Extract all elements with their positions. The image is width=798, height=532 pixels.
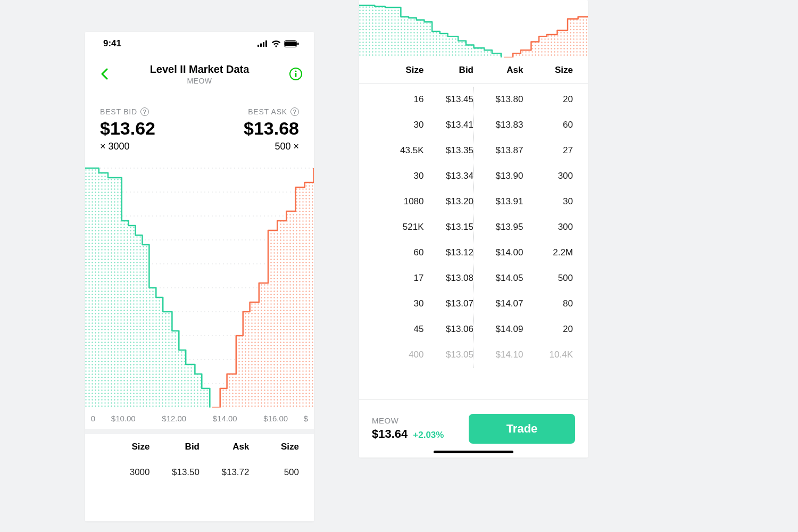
table-cell: 27 [523,145,573,156]
table-cell: 2.2M [523,247,573,258]
chevron-left-icon [101,68,108,80]
best-ask-size: 500 × [275,141,299,152]
status-time: 9:41 [103,38,121,49]
table-cell: $13.80 [473,94,523,105]
best-bid-label: BEST BID ? [100,107,155,116]
col-ask: Ask [473,65,523,76]
table-cell: 80 [523,298,573,309]
table-cell: 500 [250,467,300,478]
order-book-table: Size Bid Ask Size 3000$13.50$13.72500 [85,434,314,485]
col-bid: Bid [424,65,474,76]
svg-point-8 [295,70,296,72]
best-bid-price: $13.62 [100,118,155,139]
section-divider [85,429,314,434]
best-bid-ask-row: BEST BID ? $13.62 × 3000 BEST ASK ? $13.… [85,93,314,163]
x-tick: $ [301,414,311,423]
x-tick: 0 [88,414,98,423]
table-cell: 30 [374,298,424,309]
table-row[interactable]: 3000$13.50$13.72500 [85,460,314,485]
table-cell: $13.83 [473,120,523,130]
phone-screen-depth-chart: 9:41 Level II Market Data MEOW BEST [85,32,314,521]
best-ask-label: BEST ASK ? [248,107,299,116]
table-cell: $13.95 [473,222,523,232]
col-bid: Bid [150,442,200,452]
cellular-icon [257,40,268,47]
table-cell: $14.10 [473,350,523,360]
table-cell: $13.87 [473,145,523,156]
table-cell: $13.34 [424,171,474,181]
info-button[interactable] [287,65,304,82]
status-indicators [257,40,299,47]
info-icon [289,67,303,81]
svg-rect-0 [257,45,259,47]
phone-screen-order-book: Size Bid Ask Size 16$13.45$13.802030$13.… [359,0,588,458]
footer-change: +2.03% [413,430,444,440]
svg-rect-3 [265,40,267,47]
status-bar: 9:41 [85,32,314,55]
table-cell: 300 [523,222,573,232]
svg-rect-6 [297,43,299,45]
back-button[interactable] [95,64,114,84]
footer-price: $13.64 [372,427,408,441]
table-cell: 60 [523,120,573,130]
table-cell: $13.07 [424,298,474,309]
trade-button[interactable]: Trade [469,414,575,444]
svg-rect-5 [285,41,296,46]
x-tick: $10.00 [98,414,149,423]
help-icon[interactable]: ? [140,107,149,116]
table-body[interactable]: 16$13.45$13.802030$13.41$13.836043.5K$13… [359,87,588,368]
x-tick: $16.00 [251,414,302,423]
depth-chart-mini[interactable] [359,0,588,57]
table-cell: $13.20 [424,196,474,207]
table-cell: 10.4K [523,350,573,360]
table-cell: $14.07 [473,298,523,309]
order-book-table: Size Bid Ask Size 16$13.45$13.802030$13.… [359,57,588,368]
svg-rect-2 [263,42,264,47]
table-row[interactable]: 400$13.05$14.1010.4K [359,342,588,368]
table-cell: $13.90 [473,171,523,181]
table-cell: 1080 [374,196,424,207]
best-ask-price: $13.68 [244,118,299,139]
table-cell: $13.08 [424,273,474,284]
table-cell: $13.41 [424,120,474,130]
battery-icon [284,40,299,47]
chart-x-axis: 0 $10.00 $12.00 $14.00 $16.00 $ [85,408,314,429]
table-header: Size Bid Ask Size [359,57,588,83]
best-bid-size: × 3000 [100,141,155,152]
table-cell: 43.5K [374,145,424,156]
depth-chart[interactable] [85,163,314,408]
table-cell: 45 [374,324,424,335]
col-ask: Ask [200,442,250,452]
table-cell: 20 [523,94,573,105]
table-cell: 17 [374,273,424,284]
table-cell: 16 [374,94,424,105]
page-title: Level II Market Data [150,63,250,76]
x-tick: $14.00 [200,414,251,423]
nav-bar: Level II Market Data MEOW [85,55,314,93]
table-cell: 300 [523,171,573,181]
col-size-ask: Size [250,442,300,452]
table-cell: 30 [374,171,424,181]
table-cell: $13.05 [424,350,474,360]
col-size-bid: Size [374,65,424,76]
table-cell: 400 [374,350,424,360]
svg-rect-9 [295,73,297,77]
home-indicator[interactable] [434,451,513,453]
table-cell: 60 [374,247,424,258]
table-body[interactable]: 3000$13.50$13.72500 [85,460,314,485]
help-icon[interactable]: ? [290,107,299,116]
table-cell: $14.00 [473,247,523,258]
table-cell: $13.72 [200,467,250,478]
table-cell: $13.12 [424,247,474,258]
table-cell: $14.09 [473,324,523,335]
table-cell: $13.50 [150,467,200,478]
svg-rect-1 [260,44,262,47]
table-cell: 521K [374,222,424,232]
table-cell: $13.45 [424,94,474,105]
center-divider [473,87,474,368]
table-cell: $13.91 [473,196,523,207]
footer-bar: MEOW $13.64 +2.03% Trade [359,399,588,458]
table-header: Size Bid Ask Size [85,434,314,460]
table-cell: 500 [523,273,573,284]
col-size-ask: Size [523,65,573,76]
